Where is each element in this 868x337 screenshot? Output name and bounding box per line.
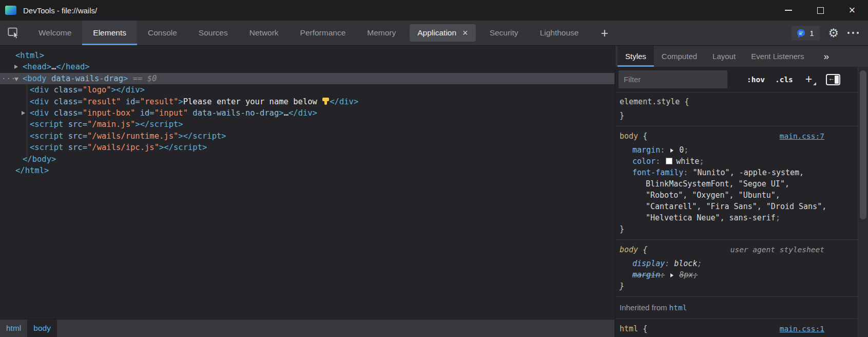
rule-selector[interactable]: element.style — [620, 96, 680, 107]
dom-tree-row[interactable]: <div class="input-box" id="input" data-w… — [0, 107, 614, 119]
css-declaration[interactable]: display: block; — [615, 258, 858, 269]
stylesheet-link[interactable]: main.css:7 — [780, 130, 824, 142]
rule-selector[interactable]: body — [620, 244, 638, 255]
dom-tree-row[interactable]: <head>…</head> — [0, 61, 614, 72]
settings-gear-icon[interactable]: ⚙ — [828, 27, 839, 39]
colon: : — [683, 168, 688, 177]
expand-arrow-icon[interactable] — [22, 111, 25, 115]
css-declaration[interactable]: font-family: "Nunito", -apple-system, Bl… — [615, 167, 833, 223]
dom-token: <script — [30, 143, 63, 152]
css-rule: body {user agent stylesheetdisplay: bloc… — [615, 240, 858, 297]
styles-rules-list: element.style {}body {main.css:7margin: … — [615, 92, 858, 337]
dom-tree-row[interactable]: <div class="logo"></div> — [0, 84, 614, 96]
styles-filter-input[interactable] — [619, 70, 727, 88]
more-tabs-button[interactable]: + — [589, 21, 620, 45]
dom-token: </div> — [330, 97, 358, 106]
tab-performance[interactable]: Performance — [290, 21, 357, 45]
dom-token: <div — [30, 108, 49, 118]
close-button[interactable]: × — [836, 0, 868, 21]
property-name: display — [632, 259, 665, 268]
overflow-tabs-chevron-icon[interactable]: » — [823, 46, 868, 67]
collapse-arrow-icon[interactable] — [14, 78, 18, 81]
element-classes-button[interactable]: .cls — [775, 76, 793, 84]
dom-token: id= — [135, 108, 154, 118]
property-name: color — [632, 157, 655, 166]
css-declaration[interactable]: margin: 0; — [615, 144, 858, 156]
devtools-toolbar: WelcomeElementsConsoleSourcesNetworkPerf… — [0, 21, 868, 46]
expand-shorthand-icon[interactable] — [670, 273, 673, 277]
expand-shorthand-icon[interactable] — [670, 148, 673, 153]
breadcrumb-html[interactable]: html — [0, 320, 27, 337]
dom-token: src= — [63, 132, 87, 141]
more-options-icon[interactable] — [847, 32, 859, 34]
window-controls: × — [773, 0, 868, 21]
tab-label: Security — [490, 28, 518, 38]
close-tab-icon[interactable]: × — [462, 28, 468, 38]
tab-welcome[interactable]: Welcome — [28, 21, 82, 45]
dom-token: … — [284, 108, 288, 118]
toggle-element-state-button[interactable]: :hov — [747, 76, 765, 84]
dom-token: data-wails-no-drag — [188, 108, 279, 118]
sidebar-tab-styles[interactable]: Styles — [618, 46, 654, 67]
tab-application[interactable]: Application× — [410, 24, 475, 42]
dom-tree-row[interactable]: </body> — [0, 154, 614, 165]
dom-token: class= — [49, 108, 82, 118]
styles-scrollbar[interactable] — [858, 67, 868, 337]
tab-label: Network — [249, 28, 279, 38]
minimize-button[interactable] — [773, 0, 804, 21]
stylesheet-link[interactable]: main.css:1 — [780, 323, 824, 334]
dom-token: Please enter your name below — [183, 97, 322, 106]
new-style-rule-button[interactable]: + — [805, 73, 812, 85]
inherited-node-link[interactable]: html — [669, 304, 687, 312]
maximize-button[interactable] — [804, 0, 836, 21]
sidebar-tab-event-listeners[interactable]: Event Listeners — [743, 46, 812, 67]
dom-token: </head> — [56, 62, 89, 71]
elements-tree-panel: <html><head>…</head>···<body data-wails-… — [0, 46, 614, 337]
devtools-logo-icon — [5, 6, 16, 15]
dom-tree-row[interactable]: <script src="/wails/ipc.js"></script> — [0, 142, 614, 153]
computed-sidebar-toggle-icon[interactable]: ← — [826, 74, 840, 85]
color-swatch[interactable] — [666, 158, 672, 164]
property-value: block — [674, 259, 697, 268]
property-name: font-family — [632, 168, 683, 177]
dom-token: <div — [30, 97, 49, 106]
dom-token: data-wails-drag — [47, 74, 123, 83]
issues-counter-button[interactable]: 1 — [792, 26, 819, 41]
colon: : — [665, 259, 669, 268]
tab-console[interactable]: Console — [137, 21, 188, 45]
sidebar-tab-computed[interactable]: Computed — [654, 46, 705, 67]
css-declaration[interactable]: margin: 8px; — [615, 269, 858, 280]
tab-memory[interactable]: Memory — [356, 21, 407, 45]
rule-selector[interactable]: html — [620, 323, 638, 334]
tab-security[interactable]: Security — [479, 21, 529, 45]
dom-tree-row[interactable]: <html> — [0, 50, 614, 61]
tab-network[interactable]: Network — [239, 21, 290, 45]
sidebar-tab-layout[interactable]: Layout — [705, 46, 743, 67]
tab-lighthouse[interactable]: Lighthouse — [529, 21, 590, 45]
semicolon: ; — [697, 259, 702, 268]
dom-tree-row[interactable]: <script src="/wails/runtime.js"></script… — [0, 130, 614, 142]
panel-tabs: WelcomeElementsConsoleSourcesNetworkPerf… — [28, 21, 589, 45]
dom-tree-row[interactable]: ···<body data-wails-drag> == $0 — [0, 73, 614, 84]
dom-tree-row[interactable]: <div class="result" id="result">Please e… — [0, 96, 614, 107]
rule-selector[interactable]: body — [620, 130, 638, 142]
tab-elements[interactable]: Elements — [82, 21, 137, 45]
sidebar-tab-strip: StylesComputedLayoutEvent Listeners — [618, 46, 812, 67]
dom-token: </body> — [23, 155, 56, 164]
dom-tree-row[interactable]: </html> — [0, 165, 614, 176]
expand-arrow-icon[interactable] — [14, 65, 18, 69]
tab-sources[interactable]: Sources — [188, 21, 239, 45]
scrollbar-thumb[interactable] — [860, 70, 866, 219]
window-title: DevTools - file://wails/ — [23, 6, 97, 15]
rule-header: body {user agent stylesheet — [615, 244, 858, 255]
css-declaration[interactable]: color: white; — [615, 156, 858, 167]
inspect-element-button[interactable] — [0, 21, 28, 45]
dom-tree-row[interactable]: <script src="/main.js"></script> — [0, 119, 614, 130]
property-value: 8px — [679, 270, 693, 279]
css-rule: element.style {} — [615, 92, 858, 126]
dom-token: "input" — [155, 108, 188, 118]
sidebar-tabs: StylesComputedLayoutEvent Listeners » — [615, 46, 868, 67]
open-brace: { — [638, 323, 647, 334]
dom-token: class= — [49, 97, 82, 106]
breadcrumb-body[interactable]: body — [27, 320, 57, 337]
